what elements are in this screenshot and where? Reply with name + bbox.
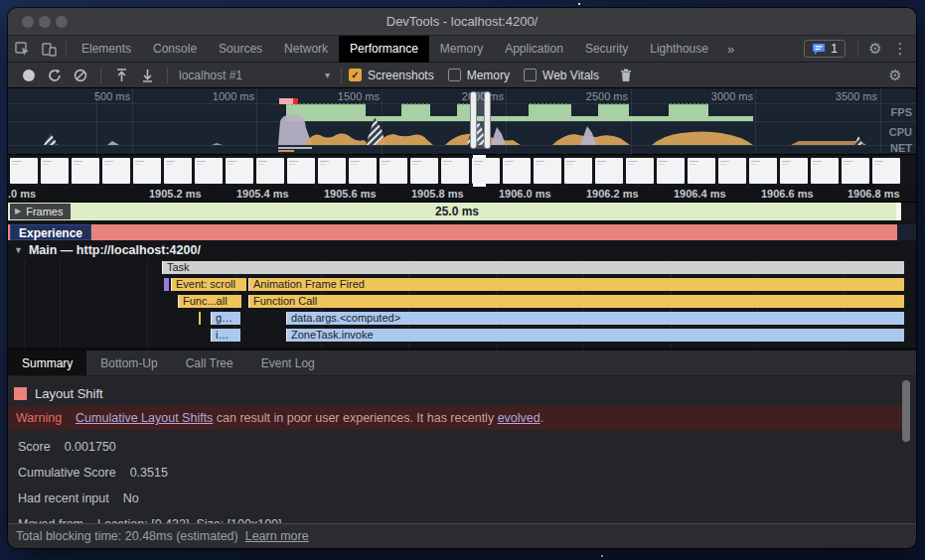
warning-label: Warning <box>16 411 62 425</box>
evolved-link[interactable]: evolved <box>498 411 540 425</box>
screenshot-thumb[interactable] <box>133 158 161 184</box>
screenshot-thumb[interactable] <box>102 158 130 184</box>
flame-bar-marker[interactable] <box>164 278 169 291</box>
flame-bar-tiny[interactable] <box>199 312 201 325</box>
screenshot-thumb[interactable] <box>780 158 808 184</box>
divider <box>100 68 101 83</box>
screenshot-thumb[interactable] <box>318 158 346 184</box>
screenshot-thumb[interactable] <box>657 158 685 184</box>
screenshot-thumb[interactable] <box>564 158 592 184</box>
more-tabs-icon[interactable]: » <box>719 42 742 57</box>
ruler-tick: 1905.2 ms <box>149 188 202 200</box>
tab-console[interactable]: Console <box>142 36 208 63</box>
web-vitals-checkbox-row[interactable]: Web Vitals <box>524 69 599 82</box>
tab-bottom-up[interactable]: Bottom-Up <box>86 350 171 375</box>
screenshot-thumb[interactable] <box>256 158 284 184</box>
experience-track-header[interactable]: Experience <box>10 224 91 240</box>
tab-performance[interactable]: Performance <box>339 36 429 63</box>
lane-label-fps: FPS <box>891 106 912 118</box>
screenshot-thumb[interactable] <box>688 158 715 184</box>
tab-security[interactable]: Security <box>574 36 639 63</box>
selection-left-handle[interactable] <box>470 91 477 149</box>
screenshot-thumb[interactable] <box>595 158 623 184</box>
summary-row-score: Score0.001750 <box>18 440 116 454</box>
clear-button[interactable] <box>68 69 93 82</box>
tab-network[interactable]: Network <box>273 36 339 63</box>
tab-event-log[interactable]: Event Log <box>247 350 329 375</box>
row-label: Had recent input <box>18 491 109 505</box>
screenshot-thumb[interactable] <box>534 158 561 184</box>
screenshots-checkbox[interactable]: ✓ <box>349 69 362 81</box>
screenshot-thumb[interactable] <box>41 158 69 184</box>
load-profile-icon[interactable] <box>108 69 134 82</box>
screenshot-thumb[interactable] <box>749 158 777 184</box>
title-bar[interactable]: DevTools - localhost:4200/ <box>8 8 916 36</box>
issues-counter[interactable]: 1 <box>804 40 846 58</box>
screenshot-thumb[interactable] <box>72 158 99 184</box>
timeline-overview[interactable]: 500 ms 1000 ms 1500 ms 2000 ms 2500 ms 3… <box>8 88 916 155</box>
reload-and-record-button[interactable] <box>42 69 68 82</box>
memory-checkbox[interactable] <box>448 69 461 81</box>
settings-gear-icon[interactable]: ⚙ <box>862 40 888 58</box>
flame-bar-function-call-truncated[interactable]: Func...all <box>178 295 241 308</box>
frames-track-header[interactable]: ▶ Frames <box>10 204 71 219</box>
ruler-tick: 1906.8 ms <box>848 188 900 200</box>
screenshot-thumb[interactable] <box>380 158 407 184</box>
cls-doc-link[interactable]: Cumulative Layout Shifts <box>76 411 213 425</box>
profile-select[interactable]: localhost #1 ▾ <box>175 69 334 82</box>
capture-settings-gear-icon[interactable]: ⚙ <box>882 67 908 84</box>
frames-track[interactable]: ▶ Frames 25.0 ms <box>8 203 916 220</box>
flame-bar-task[interactable]: Task <box>162 261 904 274</box>
record-button[interactable] <box>16 69 42 82</box>
flame-bar-i[interactable]: i… <box>211 329 240 342</box>
screenshot-thumb[interactable] <box>410 158 438 184</box>
screenshot-thumb[interactable] <box>811 158 839 184</box>
flame-bar-zonetask-invoke[interactable]: ZoneTask.invoke <box>286 329 904 342</box>
ruler-tick: .0 ms <box>8 188 36 200</box>
memory-checkbox-row[interactable]: Memory <box>448 69 510 82</box>
summary-row-had-recent-input: Had recent inputNo <box>18 491 139 505</box>
ruler-tick: 1906.2 ms <box>586 188 639 200</box>
screenshot-thumb[interactable] <box>164 158 192 184</box>
screenshot-thumb[interactable] <box>503 158 531 184</box>
tab-application[interactable]: Application <box>494 36 574 63</box>
screenshot-thumb[interactable] <box>287 158 315 184</box>
inspect-element-icon[interactable] <box>8 42 36 57</box>
learn-more-link[interactable]: Learn more <box>245 529 309 543</box>
screenshot-thumb[interactable] <box>10 158 38 184</box>
tab-call-tree[interactable]: Call Tree <box>172 350 247 375</box>
summary-scrollbar[interactable] <box>902 380 910 442</box>
save-profile-icon[interactable] <box>134 69 160 82</box>
screenshot-thumb[interactable] <box>872 158 900 184</box>
main-track-header[interactable]: ▼ Main — http://localhost:4200/ <box>8 240 916 260</box>
screenshot-thumb[interactable] <box>226 158 253 184</box>
screenshot-thumb[interactable] <box>349 158 377 184</box>
tab-elements[interactable]: Elements <box>71 36 142 63</box>
ruler-tick: 1905.4 ms <box>236 188 289 200</box>
screenshot-thumb[interactable] <box>441 158 469 184</box>
tab-summary[interactable]: Summary <box>8 350 86 375</box>
screenshot-thumb[interactable] <box>842 158 869 184</box>
screenshot-thumb[interactable] <box>718 158 746 184</box>
event-title-row: Layout Shift <box>14 386 103 401</box>
web-vitals-checkbox[interactable] <box>524 69 537 81</box>
layout-shift-bar[interactable] <box>8 224 897 240</box>
device-toolbar-icon[interactable] <box>36 42 62 57</box>
flame-bar-event-scroll[interactable]: Event: scroll <box>171 278 246 291</box>
tab-lighthouse[interactable]: Lighthouse <box>639 36 719 63</box>
kebab-menu-icon[interactable]: ⋮ <box>888 40 912 58</box>
screenshot-thumb[interactable] <box>472 158 500 184</box>
screenshots-checkbox-row[interactable]: ✓ Screenshots <box>349 69 434 82</box>
flame-bar-g[interactable]: g… <box>211 312 240 325</box>
selection-right-handle[interactable] <box>484 91 491 149</box>
screenshot-thumb[interactable] <box>626 158 654 184</box>
tab-sources[interactable]: Sources <box>208 36 273 63</box>
expander-right-icon: ▶ <box>15 204 21 219</box>
flame-bar-function-call[interactable]: Function Call <box>248 295 904 308</box>
tab-memory[interactable]: Memory <box>429 36 494 63</box>
screenshot-thumb[interactable] <box>195 158 223 184</box>
flame-bar-data-args-computed[interactable]: data.args.<computed> <box>286 312 904 325</box>
flame-bar-animation-frame-fired[interactable]: Animation Frame Fired <box>248 278 904 291</box>
experience-track[interactable]: Experience <box>8 224 916 240</box>
trash-icon[interactable] <box>613 69 639 82</box>
